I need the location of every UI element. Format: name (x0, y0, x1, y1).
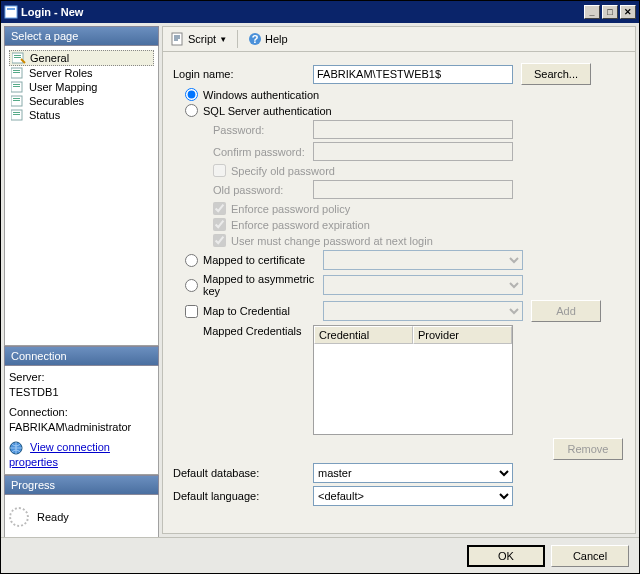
mapped-certificate-select (323, 250, 523, 270)
svg-rect-3 (14, 55, 21, 56)
svg-rect-18 (172, 33, 182, 45)
mapped-credentials-label: Mapped Credentials (173, 325, 313, 337)
toolbar: Script ▼ ? Help (162, 26, 636, 52)
windows-auth-label: Windows authentication (203, 89, 319, 101)
default-language-label: Default language: (173, 490, 313, 502)
windows-auth-radio[interactable] (185, 88, 198, 101)
provider-column-header[interactable]: Provider (413, 326, 512, 344)
sql-auth-label: SQL Server authentication (203, 105, 332, 117)
confirm-password-input (313, 142, 513, 161)
svg-rect-4 (14, 57, 21, 58)
password-label: Password: (173, 124, 313, 136)
remove-button: Remove (553, 438, 623, 460)
enforce-expiration-label: Enforce password expiration (231, 219, 370, 231)
close-button[interactable]: ✕ (620, 5, 636, 19)
mapped-asymkey-radio[interactable] (185, 279, 198, 292)
svg-rect-6 (13, 70, 20, 71)
page-item-general[interactable]: General (9, 50, 154, 66)
connection-label: Connection: (9, 405, 154, 420)
chevron-down-icon: ▼ (219, 35, 227, 44)
properties-icon (9, 441, 23, 455)
sql-auth-radio[interactable] (185, 104, 198, 117)
enforce-policy-label: Enforce password policy (231, 203, 350, 215)
specify-old-password-label: Specify old password (231, 165, 335, 177)
help-button[interactable]: ? Help (244, 30, 292, 48)
view-connection-properties-text: View connection properties (9, 441, 110, 468)
map-to-credential-label: Map to Credential (203, 305, 323, 317)
default-database-label: Default database: (173, 467, 313, 479)
svg-rect-16 (13, 114, 20, 115)
script-button[interactable]: Script ▼ (167, 30, 231, 48)
credential-column-header[interactable]: Credential (314, 326, 413, 344)
right-column: Script ▼ ? Help Login name: Search... (162, 26, 636, 534)
enforce-expiration-check (213, 218, 226, 231)
login-name-input[interactable] (313, 65, 513, 84)
server-value: TESTDB1 (9, 385, 154, 400)
must-change-check (213, 234, 226, 247)
page-icon (11, 95, 25, 107)
svg-rect-12 (13, 98, 20, 99)
view-connection-properties-link[interactable]: View connection properties (9, 440, 154, 471)
maximize-button[interactable]: □ (602, 5, 618, 19)
page-label: Server Roles (29, 67, 93, 79)
page-icon (11, 81, 25, 93)
search-button[interactable]: Search... (521, 63, 591, 85)
connection-heading: Connection (4, 346, 159, 366)
progress-heading: Progress (4, 475, 159, 495)
default-database-select[interactable]: master (313, 463, 513, 483)
page-label: Securables (29, 95, 84, 107)
password-input (313, 120, 513, 139)
svg-rect-13 (13, 100, 20, 101)
script-icon (171, 32, 185, 46)
window-title: Login - New (18, 6, 582, 18)
old-password-label: Old password: (173, 184, 313, 196)
page-item-user-mapping[interactable]: User Mapping (9, 80, 154, 94)
left-column: Select a page General Server Roles User … (4, 26, 159, 534)
minimize-button[interactable]: _ (584, 5, 600, 19)
app-icon (4, 5, 18, 19)
progress-ring-icon (9, 507, 29, 527)
mapped-asymkey-select (323, 275, 523, 295)
login-name-label: Login name: (173, 68, 313, 80)
ok-button[interactable]: OK (467, 545, 545, 567)
page-label: Status (29, 109, 60, 121)
page-label: General (30, 52, 69, 64)
map-to-credential-check[interactable] (185, 305, 198, 318)
confirm-password-label: Confirm password: (173, 146, 313, 158)
svg-rect-1 (7, 8, 15, 10)
mapped-certificate-label: Mapped to certificate (203, 254, 323, 266)
must-change-label: User must change password at next login (231, 235, 433, 247)
mapped-credentials-grid[interactable]: Credential Provider (313, 325, 513, 435)
page-icon (11, 67, 25, 79)
default-language-select[interactable]: <default> (313, 486, 513, 506)
page-icon (12, 52, 26, 64)
login-new-window: Login - New _ □ ✕ Select a page General … (0, 0, 640, 574)
page-icon (11, 109, 25, 121)
page-item-securables[interactable]: Securables (9, 94, 154, 108)
svg-rect-0 (5, 6, 17, 18)
cancel-button[interactable]: Cancel (551, 545, 629, 567)
svg-rect-9 (13, 84, 20, 85)
enforce-policy-check (213, 202, 226, 215)
server-label: Server: (9, 370, 154, 385)
progress-panel: Progress Ready (4, 475, 159, 537)
form-area: Login name: Search... Windows authentica… (162, 52, 636, 534)
svg-rect-7 (13, 72, 20, 73)
titlebar: Login - New _ □ ✕ (1, 1, 639, 23)
svg-text:?: ? (252, 33, 259, 45)
page-item-server-roles[interactable]: Server Roles (9, 66, 154, 80)
old-password-input (313, 180, 513, 199)
dialog-footer: OK Cancel (1, 537, 639, 573)
mapped-certificate-radio[interactable] (185, 254, 198, 267)
script-label: Script (188, 33, 216, 45)
progress-status: Ready (37, 511, 69, 523)
page-item-status[interactable]: Status (9, 108, 154, 122)
svg-rect-10 (13, 86, 20, 87)
connection-panel: Connection Server: TESTDB1 Connection: F… (4, 346, 159, 475)
select-page-heading: Select a page (4, 26, 159, 46)
help-icon: ? (248, 32, 262, 46)
specify-old-password-check (213, 164, 226, 177)
page-label: User Mapping (29, 81, 97, 93)
add-button: Add (531, 300, 601, 322)
svg-rect-15 (13, 112, 20, 113)
